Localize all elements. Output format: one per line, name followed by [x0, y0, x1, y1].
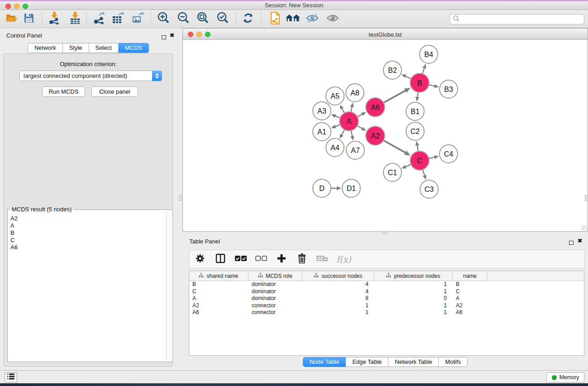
graph-node-A6[interactable]: A6: [366, 98, 385, 117]
column-header-name[interactable]: name: [453, 271, 488, 281]
export-table-button[interactable]: [110, 11, 126, 27]
table-panel-float-button[interactable]: [569, 238, 574, 247]
network-window-titlebar[interactable]: testGlobe.txt: [182, 28, 588, 40]
zoom-in-button[interactable]: [156, 11, 171, 27]
canvas-resize-grip[interactable]: [582, 225, 587, 231]
graph-node-D1[interactable]: D1: [342, 179, 360, 197]
graph-node-A8[interactable]: A8: [346, 84, 364, 102]
refresh-layout-button[interactable]: [240, 11, 256, 27]
search-input[interactable]: [449, 14, 584, 24]
delete-column-button[interactable]: [296, 253, 308, 266]
table-tab-network-table[interactable]: Network Table: [388, 357, 439, 367]
hide-graphics-button[interactable]: [305, 11, 320, 27]
zoom-out-icon: [177, 11, 190, 27]
graph-node-label: C1: [388, 169, 397, 176]
home-button[interactable]: [285, 11, 301, 27]
graph-node-C1[interactable]: C1: [383, 163, 402, 181]
graph-node-A3[interactable]: A3: [313, 102, 331, 120]
right-split-handle[interactable]: [585, 195, 588, 201]
checked-boxes-icon: [235, 255, 247, 263]
column-header-MCDS-role[interactable]: MCDS role: [249, 271, 302, 281]
zoom-fit-button[interactable]: [195, 11, 210, 27]
export-image-button[interactable]: [130, 11, 146, 27]
show-graphics-button[interactable]: [325, 11, 340, 27]
graph-node-B[interactable]: B: [410, 73, 429, 92]
result-item[interactable]: A2: [10, 215, 18, 222]
graph-node-C2[interactable]: C2: [406, 122, 424, 140]
graph-node-A7[interactable]: A7: [346, 141, 364, 159]
show-columns-button[interactable]: [214, 253, 227, 266]
add-column-button[interactable]: [275, 253, 288, 266]
graph-node-B2[interactable]: B2: [383, 61, 402, 79]
horizontal-split-handle[interactable]: [382, 231, 388, 234]
network-canvas[interactable]: AA1A2A3A4A5A6A7A8BB1B2B3B4CC1C2C3C4DD1: [182, 40, 588, 232]
graph-node-A[interactable]: A: [339, 112, 359, 131]
toolbar-separator: [261, 13, 261, 25]
tab-style[interactable]: Style: [63, 43, 89, 53]
criterion-select[interactable]: largest connected component (directed): [19, 71, 162, 81]
result-item[interactable]: A: [10, 222, 18, 229]
node-table[interactable]: shared nameMCDS rolesuccessor nodesprede…: [189, 271, 584, 356]
close-panel-button[interactable]: Close panel: [91, 86, 138, 97]
graph-node-D[interactable]: D: [313, 179, 331, 197]
shared-column-icon: [386, 273, 391, 279]
result-scrollbar[interactable]: [166, 212, 172, 360]
save-session-button[interactable]: [21, 11, 37, 27]
graph-node-C[interactable]: C: [410, 151, 429, 170]
table-row[interactable]: A6connector11A6: [189, 309, 584, 316]
table-row[interactable]: Bdominator41B: [189, 281, 584, 288]
table-settings-button[interactable]: [194, 253, 206, 266]
table-row[interactable]: Cdominator41C: [189, 288, 584, 295]
graph-node-C4[interactable]: C4: [440, 145, 458, 163]
delete-table-button[interactable]: [316, 253, 329, 266]
tab-network[interactable]: Network: [28, 43, 63, 53]
memory-button[interactable]: Memory: [546, 372, 584, 382]
graph-node-B4[interactable]: B4: [420, 45, 438, 63]
function-builder-button[interactable]: f(x): [336, 254, 351, 264]
table-row[interactable]: A2connector11A2: [189, 302, 584, 310]
control-panel-float-button[interactable]: [162, 33, 166, 41]
left-split-handle[interactable]: [179, 195, 182, 201]
graph-node-A4[interactable]: A4: [326, 138, 344, 157]
import-table-button[interactable]: [67, 11, 83, 27]
graph-edge-arrowhead: [422, 64, 426, 69]
run-mcds-button[interactable]: Run MCDS: [42, 86, 85, 97]
tab-mcds[interactable]: MCDS: [119, 43, 149, 53]
graph-node-A1[interactable]: A1: [313, 123, 331, 141]
network-canvas-svg[interactable]: AA1A2A3A4A5A6A7A8BB1B2B3B4CC1C2C3C4DD1: [183, 40, 588, 231]
control-panel-close-button[interactable]: ✖: [170, 33, 174, 38]
import-network-button[interactable]: [47, 11, 62, 27]
export-network-button[interactable]: [91, 11, 107, 27]
table-tab-node-table[interactable]: Node Table: [303, 357, 346, 367]
result-item[interactable]: B: [10, 229, 18, 237]
graph-node-C3[interactable]: C3: [420, 180, 438, 198]
graph-node-B1[interactable]: B1: [406, 102, 424, 120]
graph-node-B3[interactable]: B3: [440, 80, 458, 98]
shared-column-icon: [258, 273, 263, 279]
deselect-all-button[interactable]: [255, 253, 268, 266]
export-network-icon: [93, 12, 105, 26]
graph-node-A2[interactable]: A2: [366, 126, 385, 145]
table-cell: dominator: [249, 295, 302, 302]
unchecked-boxes-icon: [255, 255, 267, 263]
column-header-predecessor-nodes[interactable]: predecessor nodes: [374, 271, 453, 281]
graph-edge-arrowhead: [331, 114, 336, 118]
tab-select[interactable]: Select: [89, 43, 119, 53]
mcds-result-list[interactable]: A2ABCA6: [10, 215, 18, 251]
graph-node-A5[interactable]: A5: [326, 87, 344, 105]
network-from-document-button[interactable]: [267, 11, 282, 27]
result-item[interactable]: A6: [10, 244, 18, 251]
zoom-selected-button[interactable]: [215, 11, 230, 27]
column-header-successor-nodes[interactable]: successor nodes: [302, 271, 374, 281]
task-history-button[interactable]: [5, 372, 17, 382]
open-file-button[interactable]: [4, 11, 19, 27]
zoom-out-button[interactable]: [176, 11, 191, 27]
select-all-button[interactable]: [234, 253, 247, 266]
column-header-shared-name[interactable]: shared name: [189, 271, 249, 281]
titlebar-accent-strip: [0, 0, 588, 1]
table-row[interactable]: Adominator80A: [189, 295, 584, 302]
table-panel-close-button[interactable]: ✖: [578, 238, 582, 243]
table-tab-motifs[interactable]: Motifs: [439, 357, 468, 367]
table-tab-edge-table[interactable]: Edge Table: [346, 357, 388, 367]
result-item[interactable]: C: [10, 237, 18, 244]
